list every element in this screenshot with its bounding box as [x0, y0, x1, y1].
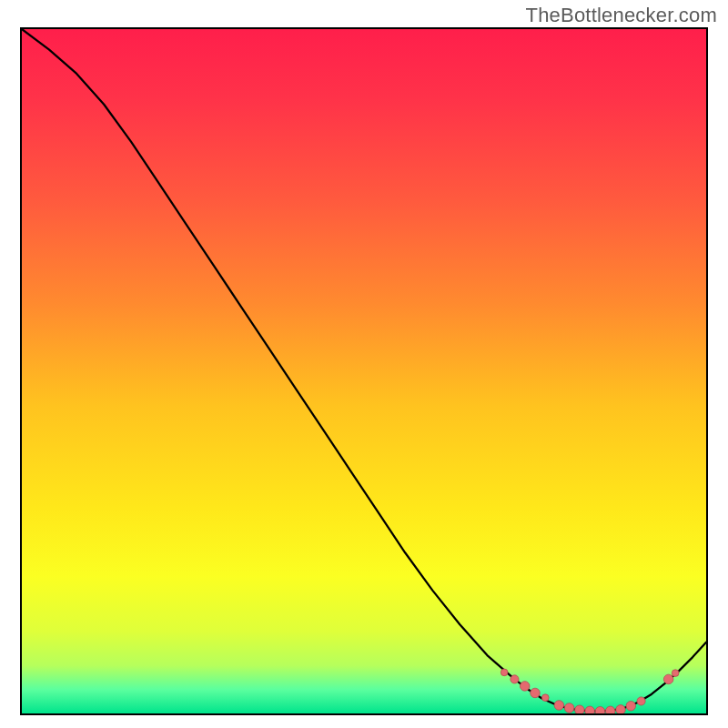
chart-svg	[22, 29, 706, 713]
watermark-text: TheBottlenecker.com	[526, 4, 717, 27]
marker-point	[531, 688, 541, 698]
marker-point	[541, 694, 549, 702]
marker-point	[554, 701, 564, 711]
marker-point	[605, 706, 615, 713]
marker-point	[511, 675, 519, 683]
marker-point	[564, 703, 574, 713]
marker-point	[520, 682, 530, 692]
chart-frame	[20, 27, 708, 715]
marker-point	[595, 706, 605, 713]
marker-point	[663, 674, 673, 684]
marker-point	[672, 670, 679, 677]
marker-point	[616, 705, 626, 713]
marker-point	[637, 697, 645, 705]
marker-point	[500, 669, 508, 676]
marker-point	[575, 705, 585, 713]
marker-point	[585, 706, 595, 713]
marker-point	[626, 701, 636, 711]
